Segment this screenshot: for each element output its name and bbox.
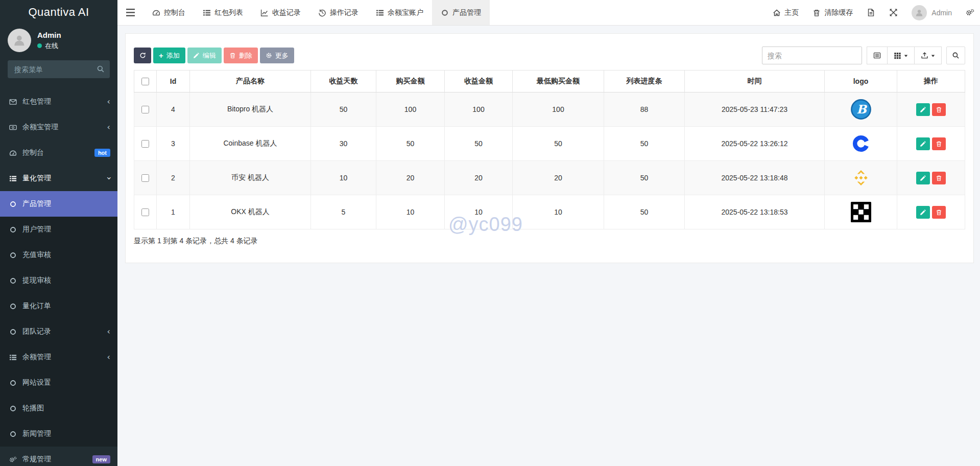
sidebar-item-15[interactable]: 常规管理new [0, 447, 117, 466]
user-icon [12, 33, 27, 48]
cell-progress: 50 [604, 195, 685, 229]
column-header: 购买金额 [376, 71, 445, 92]
table-row: 4Bitopro 机器人50100100100882025-05-23 11:4… [134, 92, 965, 127]
row-delete-button[interactable] [932, 172, 946, 184]
tab-label: 收益记录 [272, 8, 301, 17]
refresh-icon [139, 52, 146, 59]
select-all-checkbox[interactable] [141, 78, 149, 85]
circle-icon [8, 276, 18, 285]
column-header: 收益金额 [445, 71, 513, 92]
gears-icon[interactable] [966, 8, 974, 17]
column-header: 列表进度条 [604, 71, 685, 92]
sidebar-item-3[interactable]: 控制台hot [0, 140, 117, 166]
cell-min-buy: 100 [513, 92, 604, 127]
sidebar-item-label: 提现审核 [22, 276, 51, 285]
row-edit-button[interactable] [916, 103, 930, 116]
refresh-button[interactable] [134, 48, 151, 63]
more-button[interactable]: 更多 [260, 48, 294, 63]
row-select-cell [134, 92, 157, 127]
sidebar-item-12[interactable]: 网站设置 [0, 370, 117, 395]
tab-2[interactable]: 红包列表 [194, 0, 252, 25]
sidebar-item-5[interactable]: 产品管理 [0, 191, 117, 217]
document-icon[interactable] [867, 8, 875, 17]
detail-view-button[interactable] [867, 46, 888, 64]
sidebar-menu: 红包管理‹余额宝管理‹控制台hot量化管理‹产品管理用户管理充值审核提现审核量化… [0, 89, 117, 466]
table-header-row: Id 产品名称 收益天数 购买金额 收益金额 最低购买金额 列表进度条 时间 l… [134, 71, 965, 92]
sidebar-item-14[interactable]: 新闻管理 [0, 421, 117, 447]
list-icon [203, 9, 211, 17]
sidebar-item-label: 产品管理 [22, 199, 51, 208]
search-button[interactable] [946, 46, 965, 64]
cell-buy-amount: 20 [376, 161, 445, 195]
cell-days: 30 [311, 127, 376, 161]
circle-icon [8, 379, 18, 387]
sidebar-item-2[interactable]: 余额宝管理‹ [0, 114, 117, 140]
add-button[interactable]: +添加 [153, 48, 185, 63]
sidebar-item-7[interactable]: 充值审核 [0, 242, 117, 268]
sidebar-item-1[interactable]: 红包管理‹ [0, 89, 117, 114]
row-checkbox[interactable] [141, 208, 149, 216]
table-row: 3Coinbase 机器人30505050502025-05-22 13:26:… [134, 127, 965, 161]
row-edit-button[interactable] [916, 172, 930, 184]
sidebar-item-10[interactable]: 团队记录‹ [0, 319, 117, 344]
circle-icon [8, 302, 18, 310]
sidebar-item-11[interactable]: 余额管理‹ [0, 344, 117, 370]
sidebar-item-label: 量化管理 [22, 174, 51, 183]
sidebar-item-8[interactable]: 提现审核 [0, 268, 117, 293]
sidebar-item-4[interactable]: 量化管理‹ [0, 166, 117, 191]
export-icon [921, 52, 928, 59]
cell-buy-amount: 50 [376, 127, 445, 161]
clear-cache-link[interactable]: 清除缓存 [812, 8, 853, 17]
caret-down-icon [931, 54, 935, 58]
user-panel: Admin 在线 [0, 25, 117, 57]
wallet-icon [8, 123, 18, 131]
columns-button[interactable] [888, 46, 915, 64]
row-checkbox[interactable] [141, 140, 149, 148]
row-edit-button[interactable] [916, 137, 930, 150]
row-checkbox[interactable] [141, 106, 149, 113]
circle-icon [8, 430, 18, 438]
bitopro-logo: B [851, 105, 871, 113]
tab-3[interactable]: 收益记录 [252, 0, 309, 25]
svg-text:B: B [856, 102, 867, 116]
sidebar-item-label: 余额管理 [22, 353, 51, 362]
sidebar-search-input[interactable] [8, 60, 110, 78]
delete-button[interactable]: 删除 [224, 48, 258, 63]
sidebar-item-9[interactable]: 量化订单 [0, 293, 117, 319]
tab-5[interactable]: 余额宝账户 [367, 0, 432, 25]
cell-profit-amount: 50 [445, 127, 513, 161]
cell-logo [825, 195, 897, 229]
sidebar-item-label: 团队记录 [22, 327, 51, 336]
fullscreen-icon[interactable] [889, 8, 898, 17]
column-header: 产品名称 [190, 71, 311, 92]
user-menu[interactable]: Admin [912, 5, 952, 20]
cell-logo: B [825, 92, 897, 127]
sidebar-item-6[interactable]: 用户管理 [0, 217, 117, 242]
export-button[interactable] [915, 46, 942, 64]
edit-button[interactable]: 编辑 [187, 48, 222, 63]
table-search-input[interactable] [762, 46, 862, 64]
cell-profit-amount: 10 [445, 195, 513, 229]
row-edit-button[interactable] [916, 206, 930, 219]
user-status: 在线 [37, 41, 61, 51]
pencil-icon [920, 209, 926, 216]
table-row: 1OKX 机器人5101010502025-05-22 13:18:53 [134, 195, 965, 229]
hamburger-icon[interactable] [117, 0, 144, 25]
list-icon [8, 174, 18, 182]
row-delete-button[interactable] [932, 103, 946, 116]
app-window: Quantiva AI Admin 在线 红包管理‹余额宝管理‹控制台hot量化… [0, 0, 980, 466]
gear-icon [266, 52, 272, 59]
sidebar-item-13[interactable]: 轮播图 [0, 395, 117, 421]
row-delete-button[interactable] [932, 206, 946, 219]
home-link[interactable]: 主页 [773, 8, 799, 17]
history-icon [318, 9, 326, 17]
cell-product-name: OKX 机器人 [190, 195, 311, 229]
cell-actions [897, 92, 965, 127]
cell-buy-amount: 10 [376, 195, 445, 229]
row-checkbox[interactable] [141, 174, 149, 182]
tab-6[interactable]: 产品管理 [432, 0, 490, 25]
sidebar-item-label: 常规管理 [22, 455, 51, 464]
tab-4[interactable]: 操作记录 [309, 0, 367, 25]
tab-1[interactable]: 控制台 [144, 0, 194, 25]
row-delete-button[interactable] [932, 137, 946, 150]
